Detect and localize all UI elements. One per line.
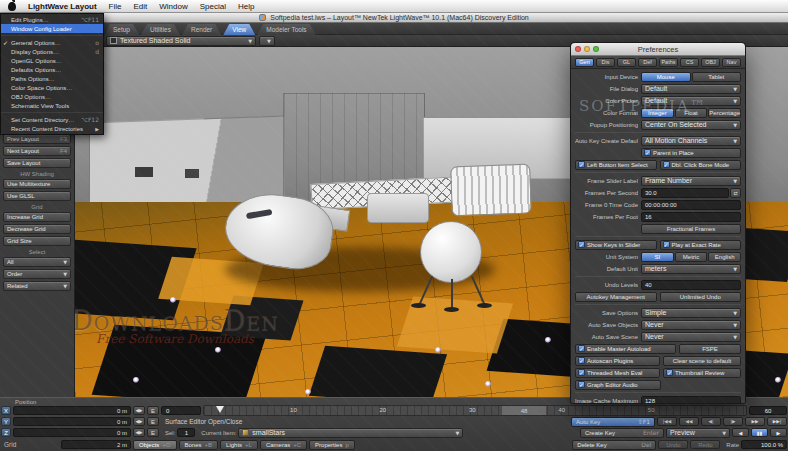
- prefs-tab-paths[interactable]: Paths: [659, 58, 678, 67]
- prev-frame-button[interactable]: ◀|: [701, 417, 721, 426]
- properties-button[interactable]: Propertiesp: [309, 440, 355, 450]
- apple-menu-icon[interactable]: [8, 2, 16, 11]
- lights-button[interactable]: Lights+L: [220, 440, 258, 450]
- auto-save-objects-dropdown[interactable]: Never▼: [641, 320, 741, 330]
- fractional-frames-button[interactable]: Fractional Frames: [641, 224, 741, 234]
- step-arrows-icon[interactable]: ◀▶: [133, 428, 145, 437]
- use-glsl-button[interactable]: Use GLSL: [3, 191, 71, 201]
- use-multitexture-button[interactable]: Use Multitexture: [3, 179, 71, 189]
- menu-item-defaults-options[interactable]: Defaults Options…: [1, 65, 103, 74]
- graph-editor-audio-checkbox[interactable]: ✓Graph Editor Audio: [575, 380, 661, 390]
- play-reverse-button[interactable]: ◀: [732, 428, 749, 437]
- color-format-percentage[interactable]: Percentage: [708, 108, 741, 118]
- menu-edit[interactable]: Edit: [133, 2, 147, 11]
- current-item-dropdown[interactable]: smallStars▼: [238, 428, 463, 438]
- unit-system-english[interactable]: English: [708, 252, 741, 262]
- save-options-dropdown[interactable]: Simple▼: [641, 308, 741, 318]
- playhead-icon[interactable]: [216, 406, 224, 413]
- grid-size-field[interactable]: 2 m: [61, 440, 131, 449]
- delete-key-button[interactable]: Delete KeyDel: [572, 440, 656, 450]
- menu-item-window-config-loader[interactable]: Window Config Loader: [1, 24, 103, 33]
- default-unit-dropdown[interactable]: meters▼: [641, 264, 741, 274]
- color-picker-dropdown[interactable]: Default▼: [641, 96, 741, 106]
- menu-window[interactable]: Window: [159, 2, 187, 11]
- next-layout-button[interactable]: Next LayoutF4: [3, 146, 71, 156]
- tab-modeler-tools[interactable]: Modeler Tools: [257, 24, 315, 35]
- preferences-titlebar[interactable]: Preferences: [571, 43, 745, 56]
- auto-key-button[interactable]: Auto Key⇧F1: [571, 417, 655, 427]
- next-frame-button[interactable]: |▶: [723, 417, 743, 426]
- prefs-tab-obj[interactable]: OBJ: [701, 58, 720, 67]
- menu-item-schematic-view-tools[interactable]: Schematic View Tools: [1, 101, 103, 110]
- position-dropdown[interactable]: Position: [15, 399, 36, 405]
- menu-item-paths-options[interactable]: Paths Options…: [1, 74, 103, 83]
- menu-help[interactable]: Help: [238, 2, 254, 11]
- color-format-integer[interactable]: Integer: [641, 108, 674, 118]
- prev-layout-button[interactable]: Prev LayoutF3: [3, 134, 71, 144]
- next-key-button[interactable]: ▶▶: [745, 417, 765, 426]
- slider-handle-icon[interactable]: ⇄: [730, 188, 741, 198]
- step-arrows-icon[interactable]: ◀▶: [133, 417, 145, 426]
- viewport-layout-dropdown[interactable]: ▼: [259, 36, 275, 46]
- frame0-timecode-field[interactable]: 00:00:00:00: [641, 200, 741, 210]
- prefs-tab-dis[interactable]: Dis: [596, 58, 615, 67]
- tab-setup[interactable]: Setup: [104, 24, 139, 35]
- grid-size-button[interactable]: Grid Size: [3, 236, 71, 246]
- select-all-dropdown[interactable]: All▼: [3, 257, 71, 267]
- create-key-button[interactable]: Create KeyEnter: [580, 428, 664, 438]
- shading-mode-dropdown[interactable]: Textured Shaded Solid ▼: [106, 36, 256, 46]
- menu-file[interactable]: File: [109, 2, 122, 11]
- timeline-ruler[interactable]: 10 20 30 40 50 48: [203, 405, 747, 416]
- play-forward-button[interactable]: ▶: [770, 428, 787, 437]
- prev-key-button[interactable]: ◀◀: [679, 417, 699, 426]
- cameras-button[interactable]: Cameras+C: [260, 440, 307, 450]
- position-y-field[interactable]: 0 m: [13, 417, 131, 426]
- frame-slider-label-dropdown[interactable]: Frame Number▼: [641, 176, 741, 186]
- menu-item-color-space-options[interactable]: Color Space Options…: [1, 83, 103, 92]
- frames-per-second-field[interactable]: 30.0: [641, 188, 729, 198]
- redo-button[interactable]: Redo: [690, 440, 720, 449]
- envelope-button[interactable]: E: [147, 417, 159, 426]
- input-device-tablet[interactable]: Tablet: [692, 72, 742, 82]
- auto-save-scene-dropdown[interactable]: Never▼: [641, 332, 741, 342]
- select-related-dropdown[interactable]: Related▼: [3, 281, 71, 291]
- objects-button[interactable]: Objects+O: [133, 440, 177, 450]
- position-x-field[interactable]: 0 m: [13, 406, 131, 415]
- end-frame-field[interactable]: 60: [749, 406, 787, 415]
- thumbnail-review-checkbox[interactable]: ✓Thumbnail Review: [663, 368, 741, 378]
- input-device-mouse[interactable]: Mouse: [641, 72, 691, 82]
- step-arrows-icon[interactable]: ◀▶: [133, 406, 145, 415]
- menu-item-obj-options[interactable]: OBJ Options…: [1, 92, 103, 101]
- current-frame-field[interactable]: 0: [161, 406, 201, 415]
- fspe-button[interactable]: FSPE: [679, 344, 741, 354]
- prefs-tab-gl[interactable]: GL: [617, 58, 636, 67]
- menu-item-general-options[interactable]: ✓General Options…o: [1, 38, 103, 47]
- autokey-management-button[interactable]: Autokey Management: [575, 292, 657, 302]
- undo-button[interactable]: Undo: [658, 440, 688, 449]
- unit-system-metric[interactable]: Metric: [675, 252, 708, 262]
- enable-master-autoload-checkbox[interactable]: ✓Enable Master Autoload: [575, 344, 676, 354]
- image-cache-max-field[interactable]: 128: [641, 396, 741, 404]
- menu-item-opengl-options[interactable]: OpenGL Options…: [1, 56, 103, 65]
- position-z-field[interactable]: 0 m: [13, 428, 131, 437]
- autoscan-plugins-checkbox[interactable]: ✓Autoscan Plugins: [575, 356, 660, 366]
- prefs-tab-def[interactable]: Def: [638, 58, 657, 67]
- dbl-click-bone-mode-checkbox[interactable]: ✓Dbl. Click Bone Mode: [660, 160, 742, 170]
- prefs-tab-cs[interactable]: CS: [680, 58, 699, 67]
- play-at-exact-rate-checkbox[interactable]: ✓Play at Exact Rate: [660, 240, 742, 250]
- threaded-mesh-eval-checkbox[interactable]: ✓Threaded Mesh Eval: [575, 368, 660, 378]
- parent-in-place-checkbox[interactable]: ✓Parent in Place: [641, 148, 741, 158]
- prefs-tab-gen[interactable]: Gen: [575, 58, 594, 67]
- increase-grid-button[interactable]: Increase Grid: [3, 212, 71, 222]
- bones-button[interactable]: Bones+B: [179, 440, 219, 450]
- envelope-button[interactable]: E: [147, 428, 159, 437]
- color-format-float[interactable]: Float: [675, 108, 708, 118]
- unlimited-undo-button[interactable]: Unlimited Undo: [660, 292, 742, 302]
- select-order-dropdown[interactable]: Order▼: [3, 269, 71, 279]
- preview-dropdown[interactable]: Preview▼: [666, 428, 730, 438]
- clear-scene-to-default-button[interactable]: Clear scene to default: [663, 356, 741, 366]
- undo-levels-field[interactable]: 40: [641, 280, 741, 290]
- timeline-range-highlight[interactable]: 48: [502, 406, 546, 415]
- file-dialog-dropdown[interactable]: Default▼: [641, 84, 741, 94]
- popup-positioning-dropdown[interactable]: Center On Selected▼: [641, 120, 741, 130]
